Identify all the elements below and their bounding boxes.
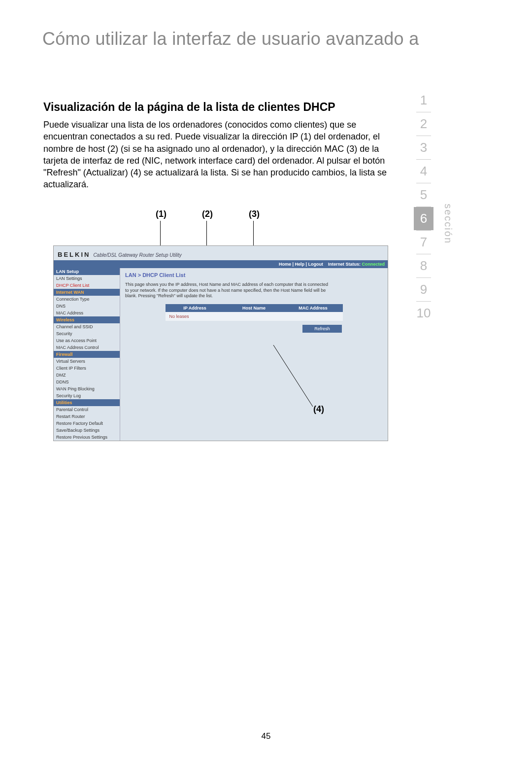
page-number: 45 [262,731,271,741]
sidebar-ddns[interactable]: DDNS [54,379,120,385]
section-nav-2[interactable]: 2 [414,112,433,136]
table-header-row: IP AddressHost NameMAC Address [166,304,343,312]
callout-2: (2) [202,209,213,219]
page-title: Cómo utilizar la interfaz de usuario ava… [42,29,419,49]
sidebar-mac-address-control[interactable]: MAC Address Control [54,344,120,351]
section-nav-3[interactable]: 3 [414,136,433,159]
sidebar-security[interactable]: Security [54,330,120,337]
sidebar-channel-and-ssid[interactable]: Channel and SSID [54,323,120,330]
sidebar-firewall: Firewall [54,351,120,358]
section-nav-7[interactable]: 7 [414,231,433,254]
sidebar-save-backup-settings[interactable]: Save/Backup Settings [54,427,120,434]
topbar-links[interactable]: Home | Help | Logout [279,262,323,267]
brand-logo: BELKIN [58,251,90,258]
sidebar-lan-settings[interactable]: LAN Settings [54,275,120,282]
breadcrumb: LAN > DHCP Client List [125,272,383,278]
content-block: Visualización de la página de la lista d… [43,101,393,191]
sidebar-parental-control[interactable]: Parental Control [54,406,120,413]
sidebar-dhcp-client-list[interactable]: DHCP Client List [54,282,120,289]
sidebar-dns[interactable]: DNS [54,303,120,310]
status-value: Connected [362,262,385,267]
sidebar-security-log[interactable]: Security Log [54,392,120,399]
no-leases-row: No leases [166,312,343,321]
col-host-name: Host Name [225,304,284,312]
ss-body: LAN SetupLAN SettingsDHCP Client ListInt… [54,268,388,441]
sidebar-wan-ping-blocking[interactable]: WAN Ping Blocking [54,385,120,392]
callout-4: (4) [313,404,324,415]
status-label: Internet Status: [328,262,361,267]
sidebar-client-ip-filters[interactable]: Client IP Filters [54,365,120,372]
sidebar-restart-router[interactable]: Restart Router [54,413,120,420]
main-panel: LAN > DHCP Client List This page shows y… [120,268,388,441]
section-nav-5[interactable]: 5 [414,183,433,207]
section-nav: 12345678910 [414,89,433,325]
sidebar-restore-previous-settings[interactable]: Restore Previous Settings [54,434,120,441]
section-nav-1[interactable]: 1 [414,89,433,112]
refresh-button[interactable]: Refresh [302,325,342,333]
sidebar-virtual-servers[interactable]: Virtual Servers [54,358,120,365]
sidebar-restore-factory-default[interactable]: Restore Factory Default [54,420,120,427]
sidebar-utilities: Utilities [54,399,120,406]
sidebar: LAN SetupLAN SettingsDHCP Client ListInt… [54,268,120,441]
sidebar-internet-wan: Internet WAN [54,289,120,296]
ss-header: BELKIN Cable/DSL Gateway Router Setup Ut… [54,246,388,260]
callout-3: (3) [249,209,260,219]
callout-numbers: (1) (2) (3) [138,209,384,243]
sidebar-wireless: Wireless [54,316,120,323]
section-paragraph: Puede visualizar una lista de los ordena… [43,119,393,191]
callout-1: (1) [156,209,166,219]
section-nav-9[interactable]: 9 [414,278,433,301]
section-heading: Visualización de la página de la lista d… [43,101,393,114]
section-nav-8[interactable]: 8 [414,254,433,277]
brand-subtitle: Cable/DSL Gateway Router Setup Utility [93,252,181,258]
col-mac-address: MAC Address [284,304,343,312]
router-ui-screenshot: BELKIN Cable/DSL Gateway Router Setup Ut… [53,245,388,441]
sidebar-mac-address[interactable]: MAC Address [54,310,120,316]
col-ip-address: IP Address [166,304,225,312]
section-nav-6[interactable]: 6 [414,207,433,230]
sidebar-dmz[interactable]: DMZ [54,372,120,379]
section-label: sección [442,204,454,244]
section-nav-10[interactable]: 10 [414,302,433,325]
sidebar-use-as-access-point[interactable]: Use as Access Point [54,337,120,344]
section-nav-4[interactable]: 4 [414,160,433,183]
page-description: This page shows you the IP address, Host… [125,282,332,299]
sidebar-connection-type[interactable]: Connection Type [54,296,120,303]
sidebar-lan-setup: LAN Setup [54,268,120,275]
ss-topbar: Home | Help | Logout Internet Status: Co… [54,260,388,268]
